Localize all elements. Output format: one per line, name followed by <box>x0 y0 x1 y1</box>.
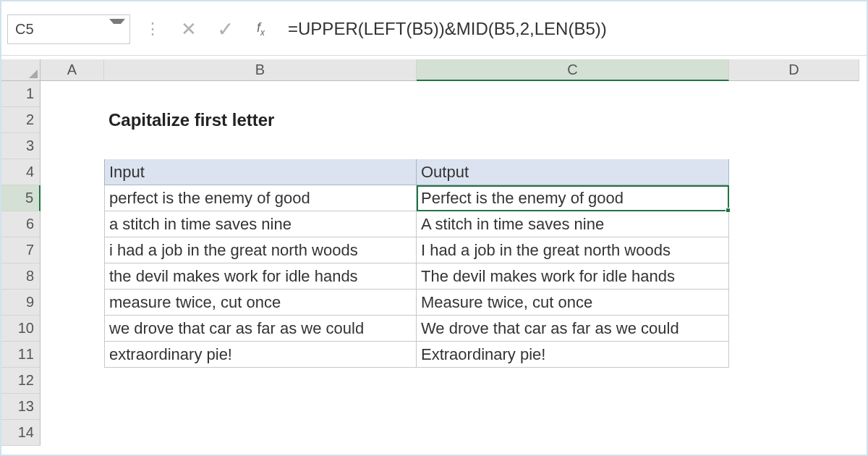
row-header-10[interactable]: 10 <box>1 316 41 342</box>
table-header-output[interactable]: Output <box>417 159 729 185</box>
cells-area[interactable]: Capitalize first letter Input Output per… <box>41 81 867 455</box>
fx-icon[interactable]: fx <box>257 20 265 38</box>
row-header-5[interactable]: 5 <box>1 185 41 211</box>
row-header-label: 7 <box>26 242 34 258</box>
cell[interactable] <box>729 133 859 159</box>
expand-icon[interactable]: ⋮ <box>145 20 161 38</box>
cell[interactable] <box>104 420 417 446</box>
column-header-D[interactable]: D <box>729 59 859 81</box>
cell[interactable] <box>41 185 104 211</box>
table-cell-input[interactable]: perfect is the enemy of good <box>104 185 417 211</box>
row-header-label: 9 <box>26 294 34 311</box>
table-cell-output[interactable]: The devil makes work for idle hands <box>417 263 729 290</box>
table-cell-output[interactable]: A stitch in time saves nine <box>417 211 729 237</box>
table-cell-input[interactable]: the devil makes work for idle hands <box>104 263 417 290</box>
row-header-label: 6 <box>26 216 34 232</box>
enter-icon[interactable]: ✓ <box>217 17 234 41</box>
table-cell-output[interactable]: I had a job in the great north woods <box>417 237 729 263</box>
column-header-label: A <box>67 62 77 78</box>
header-text: Output <box>421 163 469 182</box>
row-header-label: 11 <box>18 346 34 363</box>
cell[interactable] <box>41 368 104 394</box>
row-header-3[interactable]: 3 <box>1 133 41 159</box>
row-header-1[interactable]: 1 <box>1 81 41 107</box>
cell-text: We drove that car as far as we could <box>421 319 679 338</box>
cell[interactable] <box>729 159 859 185</box>
cell[interactable] <box>41 159 104 185</box>
cell[interactable] <box>729 81 859 107</box>
cell[interactable] <box>417 107 729 133</box>
cell[interactable] <box>104 368 417 394</box>
table-cell-output[interactable]: Measure twice, cut once <box>417 290 729 316</box>
table-cell-input[interactable]: extraordinary pie! <box>104 342 417 368</box>
cell[interactable] <box>729 316 859 342</box>
column-header-C[interactable]: C <box>417 59 729 81</box>
cell-text: Extraordinary pie! <box>421 345 545 364</box>
row-header-column: 1 2 3 4 5 6 7 8 9 10 11 12 13 14 <box>1 81 41 446</box>
cell[interactable] <box>729 368 859 394</box>
row-header-14[interactable]: 14 <box>1 420 41 446</box>
column-header-A[interactable]: A <box>41 59 104 81</box>
column-header-B[interactable]: B <box>104 59 417 81</box>
row-header-13[interactable]: 13 <box>1 394 41 420</box>
name-box-dropdown-icon[interactable] <box>102 24 125 34</box>
cell[interactable] <box>41 342 104 368</box>
cell[interactable] <box>41 290 104 316</box>
table-cell-output[interactable]: We drove that car as far as we could <box>417 316 729 342</box>
row-header-11[interactable]: 11 <box>1 342 41 368</box>
row-header-8[interactable]: 8 <box>1 263 41 290</box>
cell[interactable] <box>417 81 729 107</box>
cell[interactable] <box>417 394 729 420</box>
cell[interactable] <box>729 185 859 211</box>
table-cell-output[interactable]: Perfect is the enemy of good <box>417 185 729 211</box>
cell[interactable] <box>417 420 729 446</box>
row-header-label: 1 <box>26 85 34 102</box>
row-header-9[interactable]: 9 <box>1 290 41 316</box>
cell[interactable] <box>41 107 104 133</box>
cell[interactable] <box>41 237 104 263</box>
cell[interactable] <box>104 133 417 159</box>
cell[interactable] <box>729 237 859 263</box>
column-header-label: B <box>255 62 265 78</box>
header-text: Input <box>109 163 145 182</box>
table-cell-output[interactable]: Extraordinary pie! <box>417 342 729 368</box>
cell[interactable] <box>104 394 417 420</box>
formula-input[interactable]: =UPPER(LEFT(B5))&MID(B5,2,LEN(B5)) <box>284 14 861 44</box>
table-header-input[interactable]: Input <box>104 159 417 185</box>
cell[interactable] <box>729 342 859 368</box>
cell[interactable] <box>417 133 729 159</box>
table-cell-input[interactable]: we drove that car as far as we could <box>104 316 417 342</box>
cell[interactable] <box>41 394 104 420</box>
cell[interactable] <box>41 420 104 446</box>
cell[interactable] <box>41 316 104 342</box>
row-header-2[interactable]: 2 <box>1 107 41 133</box>
row-header-6[interactable]: 6 <box>1 211 41 237</box>
cell-text: we drove that car as far as we could <box>109 319 364 338</box>
cancel-icon[interactable]: ✕ <box>181 18 197 41</box>
name-box[interactable]: C5 <box>7 14 130 44</box>
cell[interactable] <box>729 394 859 420</box>
row-header-7[interactable]: 7 <box>1 237 41 263</box>
cell[interactable] <box>729 420 859 446</box>
cell[interactable] <box>729 211 859 237</box>
table-cell-input[interactable]: a stitch in time saves nine <box>104 211 417 237</box>
formula-bar: C5 ⋮ ✕ ✓ fx =UPPER(LEFT(B5))&MID(B5,2,LE… <box>7 12 861 46</box>
cell[interactable] <box>729 290 859 316</box>
row-header-12[interactable]: 12 <box>1 368 41 394</box>
cell[interactable] <box>41 263 104 290</box>
row-header-4[interactable]: 4 <box>1 159 41 185</box>
table-cell-input[interactable]: i had a job in the great north woods <box>104 237 417 263</box>
cell[interactable] <box>729 107 859 133</box>
cell-text: i had a job in the great north woods <box>109 241 358 260</box>
cell[interactable] <box>417 368 729 394</box>
cell[interactable] <box>41 81 104 107</box>
cell[interactable] <box>41 211 104 237</box>
row-header-label: 5 <box>25 190 33 206</box>
table-cell-input[interactable]: measure twice, cut once <box>104 290 417 316</box>
cell[interactable] <box>729 263 859 290</box>
cell[interactable] <box>104 81 417 107</box>
toolbar-divider <box>1 55 867 56</box>
cell[interactable] <box>41 133 104 159</box>
select-all-corner[interactable] <box>1 59 41 81</box>
page-title[interactable]: Capitalize first letter <box>104 107 417 133</box>
